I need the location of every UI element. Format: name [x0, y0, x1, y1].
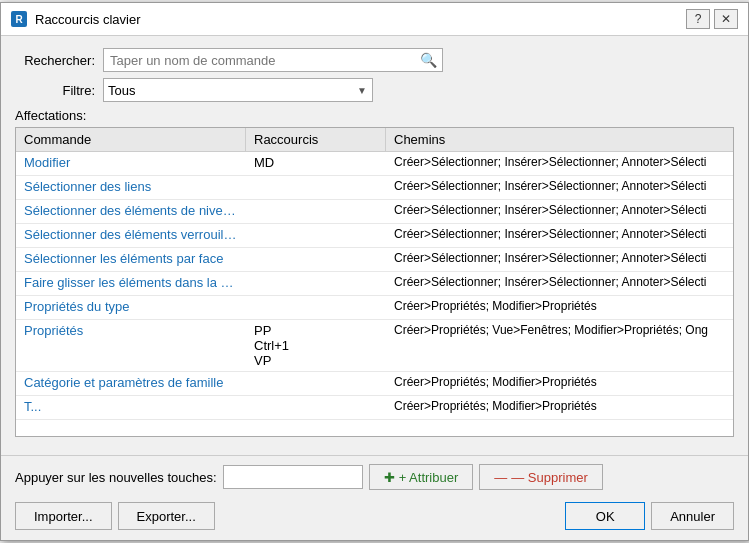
table-row[interactable]: Sélectionner des éléments verrouillés Cr… — [16, 224, 733, 248]
attrib-label: + Attribuer — [399, 470, 459, 485]
dialog-footer: Importer... Exporter... OK Annuler — [1, 496, 748, 540]
cell-path: Créer>Propriétés; Modifier>Propriétés — [386, 372, 733, 395]
header-raccourcis: Raccourcis — [246, 128, 386, 151]
cell-path: Créer>Propriétés; Vue>Fenêtres; Modifier… — [386, 320, 733, 340]
table-row[interactable]: Catégorie et paramètres de famille Créer… — [16, 372, 733, 396]
affectations-label: Affectations: — [15, 108, 734, 123]
raccourcis-dialog: R Raccourcis clavier ? ✕ Rechercher: 🔍 F… — [0, 2, 749, 541]
title-bar-buttons: ? ✕ — [686, 9, 738, 29]
cell-command: Sélectionner des éléments de niveau en..… — [16, 200, 246, 223]
cell-path: Créer>Sélectionner; Insérer>Sélectionner… — [386, 152, 733, 175]
cell-path: Créer>Propriétés; Modifier>Propriétés — [386, 396, 733, 419]
cell-command: T... — [16, 396, 246, 419]
table-row[interactable]: Sélectionner des liens Créer>Sélectionne… — [16, 176, 733, 200]
cell-shortcut — [246, 224, 386, 247]
cell-path: Créer>Sélectionner; Insérer>Sélectionner… — [386, 200, 733, 223]
filtre-label: Filtre: — [15, 83, 95, 98]
table-row[interactable]: Faire glisser les éléments dans la sélec… — [16, 272, 733, 296]
cell-shortcut — [246, 296, 386, 319]
filter-select[interactable]: Tous Commandes Raccourcis — [103, 78, 373, 102]
rechercher-label: Rechercher: — [15, 53, 95, 68]
cell-command: Sélectionner des liens — [16, 176, 246, 199]
cell-command: Sélectionner des éléments verrouillés — [16, 224, 246, 247]
suppr-button[interactable]: — — Supprimer — [479, 464, 603, 490]
dialog-content: Rechercher: 🔍 Filtre: Tous Commandes Rac… — [1, 36, 748, 449]
annuler-button[interactable]: Annuler — [651, 502, 734, 530]
help-button[interactable]: ? — [686, 9, 710, 29]
cell-path: Créer>Sélectionner; Insérer>Sélectionner… — [386, 272, 733, 295]
filter-select-wrapper: Tous Commandes Raccourcis ▼ — [103, 78, 373, 102]
cell-path: Créer>Sélectionner; Insérer>Sélectionner… — [386, 248, 733, 271]
key-input[interactable] — [223, 465, 363, 489]
table-row[interactable]: Propriétés PP Ctrl+1 VP Créer>Propriétés… — [16, 320, 733, 372]
cell-path: Créer>Sélectionner; Insérer>Sélectionner… — [386, 224, 733, 247]
table-row[interactable]: Modifier MD Créer>Sélectionner; Insérer>… — [16, 152, 733, 176]
cell-shortcut: MD — [246, 152, 386, 175]
table-row[interactable]: Sélectionner les éléments par face Créer… — [16, 248, 733, 272]
filtre-row: Filtre: Tous Commandes Raccourcis ▼ — [15, 78, 734, 102]
cell-command: Propriétés du type — [16, 296, 246, 319]
new-keys-label: Appuyer sur les nouvelles touches: — [15, 470, 217, 485]
minus-icon: — — [494, 470, 507, 485]
attrib-button[interactable]: ✚ + Attribuer — [369, 464, 474, 490]
app-icon: R — [11, 11, 27, 27]
bottom-bar: Appuyer sur les nouvelles touches: ✚ + A… — [1, 455, 748, 496]
cell-shortcut — [246, 396, 386, 419]
import-button[interactable]: Importer... — [15, 502, 112, 530]
cell-shortcut — [246, 248, 386, 271]
ok-button[interactable]: OK — [565, 502, 645, 530]
cell-shortcut — [246, 176, 386, 199]
export-button[interactable]: Exporter... — [118, 502, 215, 530]
shortcuts-table[interactable]: Commande Raccourcis Chemins Modifier MD … — [15, 127, 734, 437]
cell-shortcut — [246, 200, 386, 223]
header-chemins: Chemins — [386, 128, 733, 151]
table-row[interactable]: Propriétés du type Créer>Propriétés; Mod… — [16, 296, 733, 320]
cell-command: Modifier — [16, 152, 246, 175]
dialog-title: Raccourcis clavier — [35, 12, 678, 27]
footer-right: OK Annuler — [565, 502, 734, 530]
table-header: Commande Raccourcis Chemins — [16, 128, 733, 152]
cell-shortcut — [246, 372, 386, 395]
cell-path: Créer>Propriétés; Modifier>Propriétés — [386, 296, 733, 319]
close-button[interactable]: ✕ — [714, 9, 738, 29]
table-row[interactable]: T... Créer>Propriétés; Modifier>Propriét… — [16, 396, 733, 420]
cell-command: Propriétés — [16, 320, 246, 341]
search-input[interactable] — [103, 48, 443, 72]
cell-command: Sélectionner les éléments par face — [16, 248, 246, 271]
rechercher-row: Rechercher: 🔍 — [15, 48, 734, 72]
title-bar: R Raccourcis clavier ? ✕ — [1, 3, 748, 36]
cell-shortcut — [246, 272, 386, 295]
plus-icon: ✚ — [384, 470, 395, 485]
suppr-label: — Supprimer — [511, 470, 588, 485]
search-wrapper: 🔍 — [103, 48, 443, 72]
header-command: Commande — [16, 128, 246, 151]
cell-shortcut: PP Ctrl+1 VP — [246, 320, 386, 371]
table-row[interactable]: Sélectionner des éléments de niveau en..… — [16, 200, 733, 224]
cell-command: Faire glisser les éléments dans la sélec… — [16, 272, 246, 295]
cell-path: Créer>Sélectionner; Insérer>Sélectionner… — [386, 176, 733, 199]
footer-left: Importer... Exporter... — [15, 502, 215, 530]
cell-command: Catégorie et paramètres de famille — [16, 372, 246, 395]
